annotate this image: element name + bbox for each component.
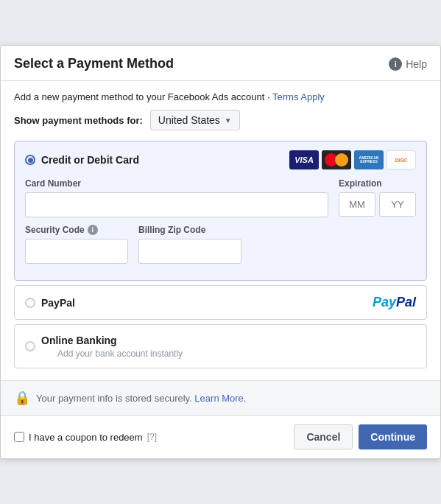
- expiry-mm-input[interactable]: [339, 192, 375, 217]
- modal-header: Select a Payment Method i Help: [1, 46, 440, 81]
- learn-more-link[interactable]: Learn More.: [194, 393, 246, 404]
- help-button[interactable]: i Help: [389, 57, 427, 71]
- card-icons: VISA AMERICANEXPRESS DISC: [289, 150, 416, 169]
- security-code-group: Security Code i: [25, 225, 128, 264]
- radio-online-banking[interactable]: [25, 341, 35, 351]
- payment-option-paypal[interactable]: PayPal PayPal: [14, 285, 427, 320]
- expiry-yy-input[interactable]: [379, 192, 416, 217]
- paypal-logo: PayPal: [373, 295, 416, 310]
- security-code-input[interactable]: [25, 239, 128, 264]
- lock-icon: 🔒: [14, 390, 30, 406]
- radio-paypal[interactable]: [25, 298, 35, 308]
- security-zip-row: Security Code i Billing Zip Code: [25, 225, 416, 264]
- payment-option-credit-debit[interactable]: Credit or Debit Card VISA AMERICANEXPRES…: [14, 141, 427, 281]
- online-banking-label: Online Banking: [41, 335, 117, 346]
- cancel-button[interactable]: Cancel: [294, 424, 353, 449]
- expiration-label: Expiration: [339, 178, 416, 189]
- country-row-label: Show payment methods for:: [14, 115, 143, 126]
- help-label: Help: [406, 58, 427, 70]
- discover-icon: DISC: [387, 150, 416, 169]
- terms-link[interactable]: Terms Apply: [272, 91, 325, 102]
- country-row: Show payment methods for: United States …: [14, 110, 427, 130]
- billing-zip-group: Billing Zip Code: [138, 225, 241, 264]
- security-row: 🔒 Your payment info is stored securely. …: [1, 380, 440, 415]
- payment-option-online-banking[interactable]: Online Banking Add your bank account ins…: [14, 324, 427, 368]
- security-info-icon[interactable]: i: [88, 225, 98, 235]
- modal-body: Add a new payment method to your Faceboo…: [1, 81, 440, 380]
- card-form: Card Number Expiration: [25, 178, 416, 264]
- footer-buttons: Cancel Continue: [294, 424, 427, 449]
- security-text: Your payment info is stored securely. Le…: [36, 393, 246, 404]
- subtitle-text: Add a new payment method to your Faceboo…: [14, 91, 264, 102]
- continue-button[interactable]: Continue: [359, 424, 427, 449]
- card-number-group: Card Number: [25, 178, 328, 217]
- expiration-group: Expiration: [339, 178, 416, 217]
- payment-options: Credit or Debit Card VISA AMERICANEXPRES…: [14, 141, 427, 373]
- visa-icon: VISA: [289, 150, 319, 169]
- security-text-content: Your payment info is stored securely.: [36, 393, 192, 404]
- billing-zip-label: Billing Zip Code: [138, 225, 241, 235]
- paypal-label: PayPal: [41, 297, 75, 309]
- mastercard-icon: [322, 150, 351, 169]
- dropdown-arrow-icon: ▼: [225, 116, 232, 125]
- paypal-header: PayPal PayPal: [25, 295, 416, 310]
- coupon-row: I have a coupon to redeem [?]: [14, 432, 157, 443]
- modal-title: Select a Payment Method: [14, 56, 174, 71]
- security-code-label: Security Code: [25, 225, 85, 235]
- billing-zip-input[interactable]: [138, 239, 241, 264]
- card-number-label: Card Number: [25, 178, 328, 189]
- credit-debit-header: Credit or Debit Card VISA AMERICANEXPRES…: [25, 150, 416, 169]
- online-banking-description: Add your bank account instantly: [57, 349, 183, 359]
- coupon-checkbox[interactable]: [14, 432, 24, 442]
- country-select[interactable]: United States ▼: [150, 110, 240, 130]
- online-banking-header: Online Banking Add your bank account ins…: [25, 334, 416, 359]
- credit-debit-label: Credit or Debit Card: [41, 154, 139, 166]
- country-value: United States: [158, 114, 220, 126]
- modal-footer: I have a coupon to redeem [?] Cancel Con…: [1, 415, 440, 458]
- coupon-help-icon[interactable]: [?]: [147, 432, 157, 442]
- payment-modal: Select a Payment Method i Help Add a new…: [0, 45, 441, 459]
- amex-icon: AMERICANEXPRESS: [354, 150, 384, 169]
- card-number-expiry-row: Card Number Expiration: [25, 178, 416, 217]
- expiry-row: [339, 192, 416, 217]
- coupon-label: I have a coupon to redeem: [29, 432, 143, 443]
- help-icon: i: [389, 57, 402, 71]
- subtitle-row: Add a new payment method to your Faceboo…: [14, 91, 427, 102]
- radio-credit-debit[interactable]: [25, 155, 35, 165]
- card-number-input[interactable]: [25, 192, 328, 217]
